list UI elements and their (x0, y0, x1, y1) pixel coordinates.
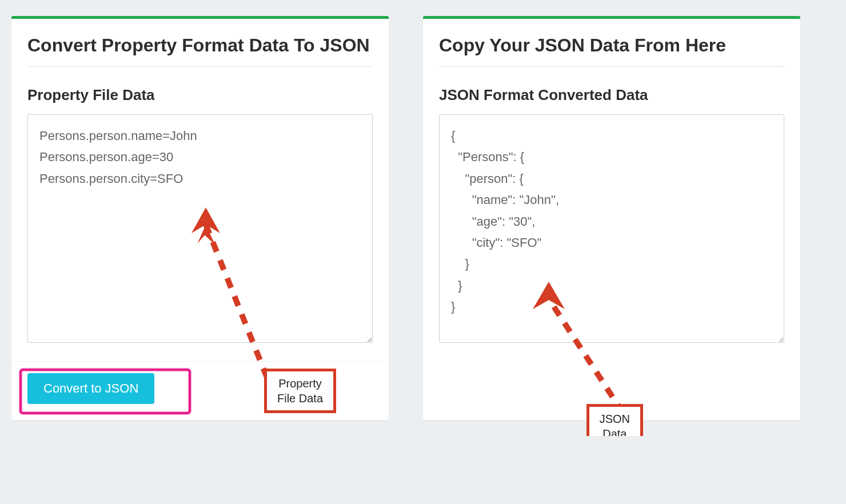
output-panel: Copy Your JSON Data From Here JSON Forma… (423, 16, 800, 420)
output-panel-title: Copy Your JSON Data From Here (439, 35, 784, 67)
json-data-annotation: JSON Data (586, 404, 643, 436)
json-output-textarea[interactable] (439, 114, 784, 343)
output-panel-header: Copy Your JSON Data From Here (423, 19, 800, 77)
output-panel-body: JSON Format Converted Data (423, 86, 800, 361)
convert-to-json-button[interactable]: Convert to JSON (27, 373, 154, 404)
property-file-annotation: Property File Data (264, 369, 336, 413)
convert-panel-body: Property File Data (11, 86, 389, 361)
property-input-textarea[interactable] (27, 114, 373, 343)
convert-panel-header: Convert Property Format Data To JSON (11, 19, 389, 77)
property-file-label: Property File Data (27, 86, 373, 104)
json-output-label: JSON Format Converted Data (439, 86, 784, 104)
convert-panel: Convert Property Format Data To JSON Pro… (11, 16, 389, 420)
convert-panel-title: Convert Property Format Data To JSON (27, 35, 373, 67)
